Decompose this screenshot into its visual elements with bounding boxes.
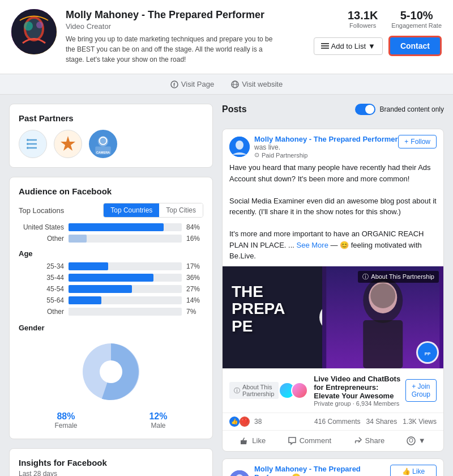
engagement-label: Engagement Rate xyxy=(391,22,442,29)
logo-icon: PP xyxy=(418,343,437,362)
svg-rect-7 xyxy=(321,48,329,49)
bar-pct-us: 84% xyxy=(186,223,203,231)
gender-label: Gender xyxy=(19,324,203,332)
insights-card: Insights for Facebook Last 28 days 4% Br… xyxy=(9,448,213,476)
location-tab-group: Top Countries Top Cities xyxy=(103,203,203,218)
like-icon xyxy=(240,436,249,445)
age-track-3544 xyxy=(69,274,182,282)
svg-marker-16 xyxy=(61,136,75,151)
partner-logo-3[interactable]: CAMERA xyxy=(89,130,117,158)
join-group-button[interactable]: + Join Group xyxy=(405,379,437,402)
post2-avatar-svg xyxy=(229,470,250,476)
visit-website-link[interactable]: Visit website xyxy=(231,80,283,88)
bar-label-other: Other xyxy=(19,235,64,243)
gender-section: Gender 88% Female xyxy=(19,324,203,430)
nav-bar: f Visit Page Visit website xyxy=(0,74,453,95)
share-button[interactable]: Share xyxy=(349,434,390,448)
post1-image: THE PREPA PE xyxy=(223,266,443,368)
age-label-4554: 45-54 xyxy=(19,285,64,293)
comment-icon xyxy=(288,436,297,445)
toggle-switch[interactable] xyxy=(355,104,375,115)
svg-rect-29 xyxy=(363,320,403,368)
group-info: Live Video and ChatBots for Entrepreneur… xyxy=(279,375,405,407)
group-about-badge[interactable]: ⓘ About This Partnership xyxy=(229,382,279,399)
add-to-list-button[interactable]: Add to List ▼ xyxy=(314,37,383,55)
main-content: Past Partners xyxy=(0,95,453,476)
post1-status: was live. xyxy=(254,143,398,151)
age-track-2534 xyxy=(69,262,182,270)
bar-label-us: United States xyxy=(19,223,64,231)
post-card-1: Molly Mahoney - The Prepared Performer w… xyxy=(222,129,444,452)
partner-logo-1[interactable] xyxy=(19,130,47,158)
reaction-stats: 416 Comments 34 Shares 1.3K Views xyxy=(314,418,437,426)
age-pct-3544: 36% xyxy=(186,274,203,282)
tab-countries[interactable]: Top Countries xyxy=(104,203,159,217)
post1-text: Have you heard that many people have rec… xyxy=(223,162,443,266)
partner-logo-2[interactable] xyxy=(54,130,82,158)
bar-track-us xyxy=(69,223,182,231)
profile-actions: Add to List ▼ Contact xyxy=(314,36,442,56)
age-track-other xyxy=(69,308,182,316)
post-card-2: Molly Mahoney - The Prepared Performer 😊… xyxy=(222,458,444,477)
more-button[interactable]: ▼ xyxy=(402,434,430,448)
svg-text:CAMERA: CAMERA xyxy=(96,151,110,154)
bar-pct-other: 16% xyxy=(186,235,203,243)
insights-title: Insights for Facebook xyxy=(19,458,203,468)
profile-bio: We bring you up to date marketing techni… xyxy=(66,34,281,65)
age-track-5564 xyxy=(69,296,182,304)
age-row-5564: 55-64 14% xyxy=(19,296,203,304)
bar-track-other xyxy=(69,235,182,243)
profile-icon xyxy=(407,436,416,445)
facebook-icon: f xyxy=(170,80,178,88)
audience-title: Audience on Facebook xyxy=(19,186,203,196)
stats-actions: 13.1K Followers 5-10% Engagement Rate Ad… xyxy=(314,9,442,56)
followers-stat: 13.1K Followers xyxy=(348,9,378,29)
post2-author-name[interactable]: Molly Mahoney - The Prepared Performer 😊 xyxy=(254,465,390,477)
male-pct: 12% xyxy=(149,411,167,422)
group-avatars xyxy=(279,382,308,399)
profile-name: Molly Mahoney - The Prepared Performer xyxy=(66,9,314,21)
age-row-other: Other 7% xyxy=(19,308,203,316)
tab-cities[interactable]: Top Cities xyxy=(159,203,203,217)
visit-page-link[interactable]: f Visit Page xyxy=(170,80,214,88)
age-row-3544: 35-44 36% xyxy=(19,274,203,282)
bar-fill-other xyxy=(69,235,87,243)
follow-button[interactable]: + Follow xyxy=(398,135,437,148)
age-label: Age xyxy=(19,249,203,258)
svg-point-25 xyxy=(236,141,243,150)
country-bar-chart: United States 84% Other 16% xyxy=(19,223,203,243)
comment-button[interactable]: Comment xyxy=(283,434,336,448)
branded-toggle: Branded content only xyxy=(355,104,444,115)
post2-avatar xyxy=(229,470,250,476)
svg-rect-6 xyxy=(321,45,329,46)
female-pct: 88% xyxy=(54,411,77,422)
profile-header: Molly Mahoney - The Prepared Performer V… xyxy=(0,0,453,74)
post2-author: Molly Mahoney - The Prepared Performer 😊… xyxy=(229,465,390,477)
insights-subtitle: Last 28 days xyxy=(19,470,203,476)
post1-author-name[interactable]: Molly Mahoney - The Prepared Performer xyxy=(254,135,398,143)
post1-author: Molly Mahoney - The Prepared Performer w… xyxy=(229,135,398,159)
partner-1-icon xyxy=(24,135,41,152)
about-partnership-badge-1[interactable]: ⓘ About This Partnership xyxy=(358,271,439,283)
like-page-button[interactable]: 👍 Like Page xyxy=(390,465,437,477)
posts-header: Posts Branded content only xyxy=(222,104,444,115)
globe-icon xyxy=(231,80,239,88)
profile-type: Video Creator xyxy=(66,22,314,31)
followers-value: 13.1K xyxy=(348,9,378,22)
svg-point-3 xyxy=(24,22,33,31)
contact-button[interactable]: Contact xyxy=(388,36,442,56)
partners-row: CAMERA xyxy=(19,130,203,158)
age-label-other: Other xyxy=(19,308,64,316)
list-icon xyxy=(321,42,329,50)
right-panel: Posts Branded content only xyxy=(222,104,444,476)
female-name: Female xyxy=(54,422,77,430)
svg-point-30 xyxy=(370,283,395,308)
like-reaction: 👍 xyxy=(229,416,240,427)
svg-text:PP: PP xyxy=(425,351,431,356)
see-more-link[interactable]: See More xyxy=(297,241,328,249)
followers-label: Followers xyxy=(348,22,378,29)
like-button[interactable]: Like xyxy=(236,434,270,448)
pie-svg xyxy=(77,338,145,406)
post1-avatar-image xyxy=(229,137,250,157)
profile-info: Molly Mahoney - The Prepared Performer V… xyxy=(66,9,314,65)
